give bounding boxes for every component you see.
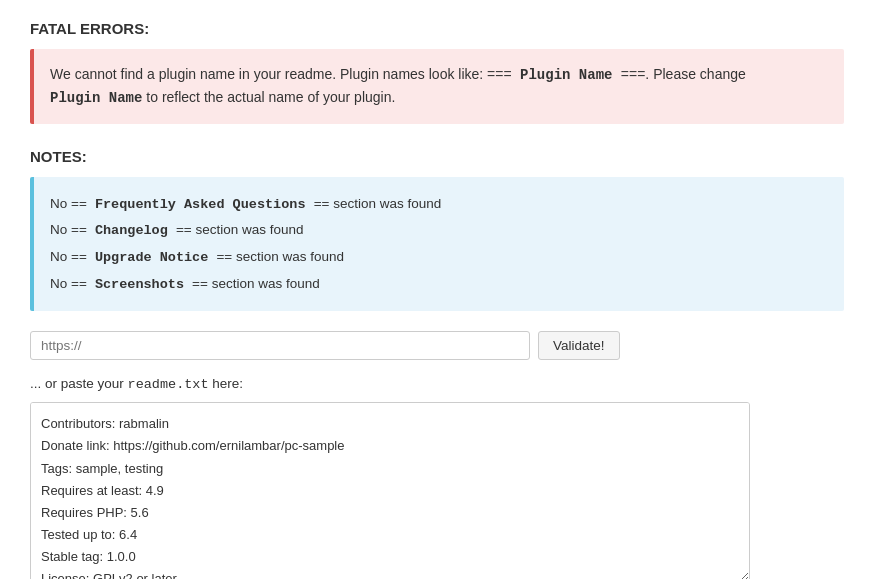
- note-code-2: Changelog: [87, 223, 176, 238]
- validate-row: Validate!: [30, 331, 844, 360]
- error-code1: Plugin Name: [512, 67, 621, 83]
- error-text-end: to reflect the actual name of your plugi…: [142, 89, 395, 105]
- note-line-2: No == Changelog == section was found: [50, 217, 828, 244]
- paste-label-code: readme.txt: [128, 377, 209, 392]
- paste-label-after: here:: [212, 376, 243, 391]
- fatal-errors-section: FATAL ERRORS: We cannot find a plugin na…: [30, 20, 844, 124]
- note-prefix-4: No ==: [50, 276, 87, 291]
- readme-textarea[interactable]: [30, 402, 750, 579]
- note-line-1: No == Frequently Asked Questions == sect…: [50, 191, 828, 218]
- validate-button[interactable]: Validate!: [538, 331, 620, 360]
- note-code-1: Frequently Asked Questions: [87, 197, 314, 212]
- paste-label-before: ... or paste your: [30, 376, 124, 391]
- note-prefix-2: No ==: [50, 222, 87, 237]
- paste-section: ... or paste your readme.txt here:: [30, 376, 844, 579]
- note-suffix-4: == section was found: [192, 276, 320, 291]
- note-line-3: No == Upgrade Notice == section was foun…: [50, 244, 828, 271]
- error-box: We cannot find a plugin name in your rea…: [30, 49, 844, 124]
- note-line-4: No == Screenshots == section was found: [50, 271, 828, 298]
- note-suffix-1: == section was found: [314, 196, 442, 211]
- note-prefix-1: No ==: [50, 196, 87, 211]
- note-code-3: Upgrade Notice: [87, 250, 217, 265]
- note-code-4: Screenshots: [87, 277, 192, 292]
- note-suffix-3: == section was found: [216, 249, 344, 264]
- fatal-errors-title: FATAL ERRORS:: [30, 20, 844, 37]
- error-text-after-code1: ===. Please change: [621, 66, 746, 82]
- paste-label: ... or paste your readme.txt here:: [30, 376, 844, 392]
- notes-section: NOTES: No == Frequently Asked Questions …: [30, 148, 844, 312]
- note-prefix-3: No ==: [50, 249, 87, 264]
- error-code2: Plugin Name: [50, 90, 142, 106]
- error-text-before-code1: We cannot find a plugin name in your rea…: [50, 66, 512, 82]
- notes-box: No == Frequently Asked Questions == sect…: [30, 177, 844, 312]
- note-suffix-2: == section was found: [176, 222, 304, 237]
- url-input[interactable]: [30, 331, 530, 360]
- notes-title: NOTES:: [30, 148, 844, 165]
